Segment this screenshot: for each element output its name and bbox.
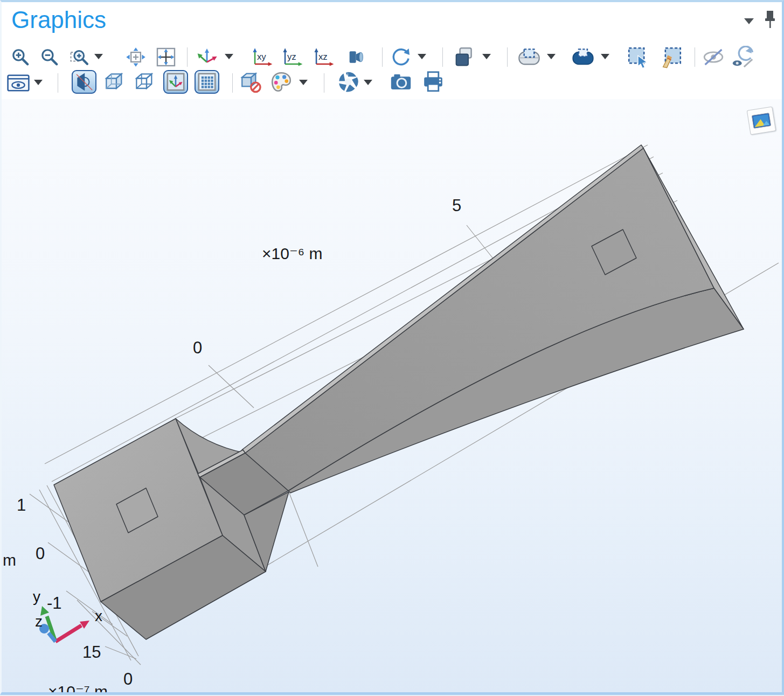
scene-3d-view[interactable] xyxy=(2,2,782,692)
y-axis-tick-1: 1 xyxy=(17,497,26,514)
x-axis-tick-0: 0 xyxy=(193,339,202,357)
y-axis-unit: m xyxy=(3,551,16,569)
triad-x-label: x xyxy=(95,608,102,625)
y-axis-tick-0: 0 xyxy=(36,545,45,563)
graphics-window: Graphics xyxy=(0,0,784,695)
x-axis-unit: ×10⁻⁶ m xyxy=(262,244,322,263)
triad-z-label: z xyxy=(35,613,43,630)
z-axis-tick-0: 0 xyxy=(123,671,133,688)
view-thumbnail-icon[interactable] xyxy=(747,107,776,135)
x-axis-tick-5: 5 xyxy=(452,197,461,215)
z-axis-tick-15: 15 xyxy=(82,644,101,662)
y-axis-tick-minus1: -1 xyxy=(47,595,62,613)
triad-y-label: y xyxy=(33,588,40,605)
geometry-object[interactable] xyxy=(54,145,744,639)
z-axis-unit: ×10⁻⁷ m xyxy=(48,682,108,695)
